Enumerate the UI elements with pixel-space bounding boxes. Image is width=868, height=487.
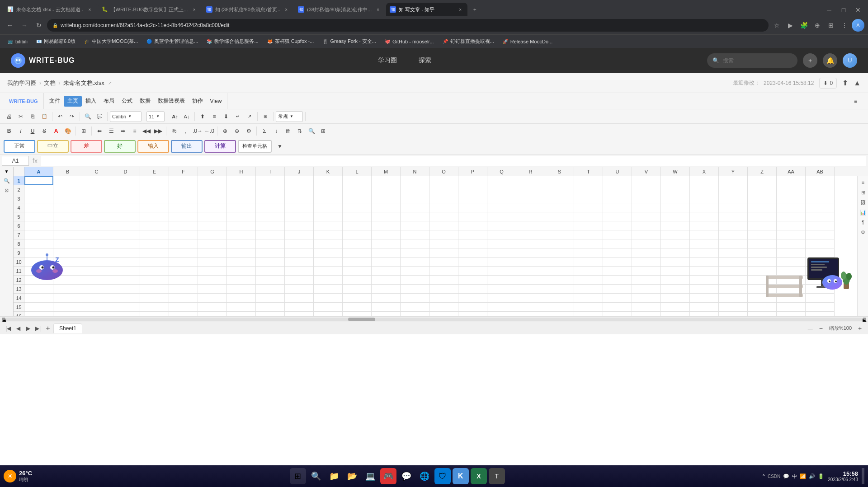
cell-r13c1[interactable] — [53, 285, 82, 294]
find-button[interactable]: 🔍 — [306, 126, 317, 136]
menu-insert[interactable]: 插入 — [82, 96, 100, 107]
cell-r3c18[interactable] — [545, 194, 574, 203]
back-button[interactable]: ← — [4, 19, 16, 32]
cell-r10c13[interactable] — [401, 258, 429, 267]
cell-r5c27[interactable] — [806, 212, 835, 221]
menu-collaborate[interactable]: 协作 — [189, 96, 207, 107]
cell-r12c22[interactable] — [661, 276, 690, 285]
col-header-B[interactable]: B — [53, 167, 82, 176]
row-num-4[interactable]: 4 — [14, 203, 24, 212]
cell-r8c4[interactable] — [140, 239, 169, 248]
cell-r1c13[interactable] — [401, 176, 429, 185]
autosum-button[interactable]: Σ — [259, 126, 270, 136]
cell-r6c9[interactable] — [285, 221, 314, 230]
cell-r3c6[interactable] — [198, 194, 227, 203]
cell-r1c21[interactable] — [632, 176, 661, 185]
cell-r4c16[interactable] — [487, 203, 516, 212]
cell-r10c19[interactable] — [574, 258, 603, 267]
cell-r7c23[interactable] — [690, 230, 719, 239]
cell-r5c14[interactable] — [429, 212, 458, 221]
cell-r8c2[interactable] — [82, 239, 111, 248]
cell-r16c3[interactable] — [111, 312, 140, 316]
cell-r11c19[interactable] — [574, 267, 603, 276]
user-avatar[interactable]: U — [843, 53, 857, 68]
cell-r3c4[interactable] — [140, 194, 169, 203]
col-header-P[interactable]: P — [458, 167, 487, 176]
row-num-13[interactable]: 13 — [14, 285, 24, 294]
taskbar-folder[interactable]: 📂 — [344, 468, 360, 484]
cell-r2c24[interactable] — [719, 185, 748, 194]
search-spreadsheet-button[interactable]: 🔍 — [82, 111, 93, 122]
cell-r3c8[interactable] — [256, 194, 285, 203]
col-header-AB[interactable]: AB — [806, 167, 835, 176]
cell-r12c23[interactable] — [690, 276, 719, 285]
cell-r1c19[interactable] — [574, 176, 603, 185]
cell-r3c21[interactable] — [632, 194, 661, 203]
cell-r5c25[interactable] — [748, 212, 777, 221]
cell-r15c22[interactable] — [661, 303, 690, 312]
cell-r15c12[interactable] — [372, 303, 401, 312]
cell-r8c10[interactable] — [314, 239, 343, 248]
decimal-decrease-button[interactable]: ←.0 — [204, 126, 215, 136]
cell-r9c4[interactable] — [140, 248, 169, 258]
taskbar-pc[interactable]: 💻 — [362, 468, 378, 484]
cell-r2c10[interactable] — [314, 185, 343, 194]
cell-r16c24[interactable] — [719, 312, 748, 316]
cell-r8c24[interactable] — [719, 239, 748, 248]
cell-r13c0[interactable] — [24, 285, 53, 294]
number-format-select[interactable]: 常规 ▼ — [276, 111, 303, 122]
cell-r12c21[interactable] — [632, 276, 661, 285]
align-middle-button[interactable]: ≡ — [209, 111, 220, 122]
cell-r8c19[interactable] — [574, 239, 603, 248]
cell-r6c4[interactable] — [140, 221, 169, 230]
cell-r11c5[interactable] — [169, 267, 198, 276]
cell-r4c7[interactable] — [227, 203, 256, 212]
cell-r13c4[interactable] — [140, 285, 169, 294]
cell-r10c4[interactable] — [140, 258, 169, 267]
cell-r4c12[interactable] — [372, 203, 401, 212]
cell-r10c23[interactable] — [690, 258, 719, 267]
col-header-AA[interactable]: AA — [777, 167, 806, 176]
cell-r12c2[interactable] — [82, 276, 111, 285]
style-input[interactable]: 输入 — [137, 140, 169, 153]
tray-battery[interactable]: 🔋 — [818, 473, 824, 479]
cell-r15c0[interactable] — [24, 303, 53, 312]
tab-1-close[interactable]: × — [86, 6, 94, 13]
cell-r3c0[interactable] — [24, 194, 53, 203]
cell-r5c21[interactable] — [632, 212, 661, 221]
cell-r2c9[interactable] — [285, 185, 314, 194]
share-button[interactable]: ⬆ — [842, 79, 848, 87]
cell-r10c3[interactable] — [111, 258, 140, 267]
col-header-F[interactable]: F — [169, 167, 198, 176]
cell-r15c19[interactable] — [574, 303, 603, 312]
cell-r11c22[interactable] — [661, 267, 690, 276]
font-size-select[interactable]: 11 ▼ — [146, 111, 165, 122]
cell-r1c17[interactable] — [516, 176, 545, 185]
cell-r9c15[interactable] — [458, 248, 487, 258]
cell-r16c9[interactable] — [285, 312, 314, 316]
cell-r6c11[interactable] — [343, 221, 372, 230]
cell-r10c6[interactable] — [198, 258, 227, 267]
cell-r10c11[interactable] — [343, 258, 372, 267]
font-size-decrease[interactable]: A↓ — [181, 111, 192, 122]
col-header-H[interactable]: H — [227, 167, 256, 176]
cell-r7c19[interactable] — [574, 230, 603, 239]
cell-r16c7[interactable] — [227, 312, 256, 316]
cell-r14c17[interactable] — [516, 294, 545, 303]
cell-r16c25[interactable] — [748, 312, 777, 316]
collapse-button[interactable]: ≡ — [850, 96, 861, 107]
cell-r16c10[interactable] — [314, 312, 343, 316]
cell-r1c4[interactable] — [140, 176, 169, 185]
weather-widget[interactable]: ☀ 26°C 晴朗 — [4, 470, 32, 483]
nav-learning-circle[interactable]: 学习圈 — [374, 55, 401, 66]
cell-r4c6[interactable] — [198, 203, 227, 212]
redo-button[interactable]: ↷ — [66, 111, 77, 122]
cell-r6c26[interactable] — [777, 221, 806, 230]
bookmark-github[interactable]: 🐙 GitHub - mooselr... — [381, 37, 438, 47]
cell-r15c17[interactable] — [516, 303, 545, 312]
zoom-out-button[interactable]: − — [816, 324, 826, 333]
cell-r13c3[interactable] — [111, 285, 140, 294]
add-sheet-button[interactable]: + — [43, 324, 52, 333]
cell-r15c20[interactable] — [603, 303, 632, 312]
menu-file[interactable]: 文件 — [46, 96, 64, 107]
